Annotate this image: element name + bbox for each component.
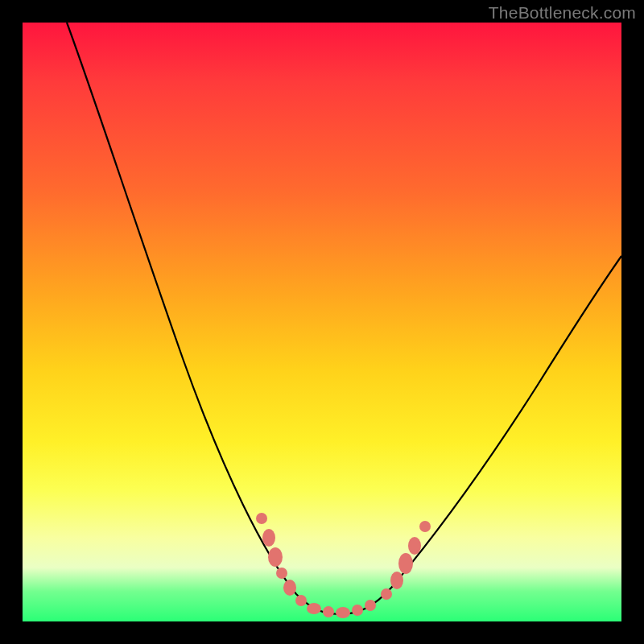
svg-point-4 bbox=[283, 580, 296, 596]
svg-point-6 bbox=[307, 603, 321, 614]
svg-point-10 bbox=[365, 600, 376, 611]
svg-point-7 bbox=[323, 606, 334, 617]
svg-point-5 bbox=[295, 595, 307, 606]
chart-svg bbox=[23, 23, 621, 621]
svg-point-2 bbox=[268, 547, 283, 567]
bottleneck-curve bbox=[67, 23, 621, 614]
svg-point-14 bbox=[408, 537, 421, 555]
svg-point-9 bbox=[352, 605, 363, 616]
svg-point-0 bbox=[256, 513, 267, 524]
chart-plot-area bbox=[23, 23, 621, 621]
svg-point-1 bbox=[262, 529, 275, 547]
svg-point-3 bbox=[276, 568, 287, 579]
chart-frame: TheBottleneck.com bbox=[0, 0, 644, 644]
svg-point-11 bbox=[381, 588, 392, 600]
svg-point-12 bbox=[390, 572, 403, 589]
highlighted-points bbox=[256, 513, 431, 618]
svg-point-8 bbox=[336, 607, 350, 618]
svg-point-13 bbox=[398, 553, 413, 574]
watermark-text: TheBottleneck.com bbox=[489, 3, 636, 23]
svg-point-15 bbox=[419, 521, 431, 532]
